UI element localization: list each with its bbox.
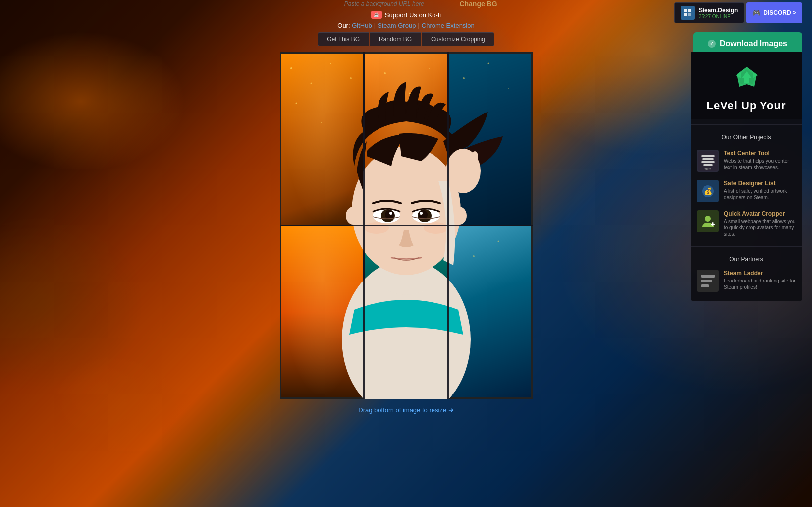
ladder-bar-1: [701, 275, 715, 278]
checkmark-icon: ✓: [708, 40, 716, 48]
partner-steam-ladder[interactable]: Steam Ladder Leaderboard and ranking sit…: [691, 266, 802, 296]
our-projects-title: Our Other Projects: [691, 130, 802, 146]
separator-1: |: [374, 22, 376, 29]
discord-icon: 🎮: [752, 9, 760, 17]
steam-online-count: 35:27 ONLINE: [699, 14, 738, 19]
grid-cell-3: [449, 54, 531, 225]
text-center-icon: TEXT: [697, 150, 719, 172]
svg-text:TEXT: TEXT: [704, 168, 711, 170]
grid-cell-4: [281, 226, 363, 397]
logo-icon: [732, 64, 761, 92]
svg-rect-46: [701, 155, 715, 157]
text-center-info: Text Center Tool Website that helps you …: [724, 150, 796, 170]
github-link[interactable]: GitHub: [352, 22, 372, 29]
safe-designer-title: Safe Designer List: [724, 180, 796, 187]
svg-point-4: [290, 67, 292, 69]
url-input[interactable]: [315, 0, 453, 7]
kofi-bar: ☕ Support Us on Ko-fi: [371, 11, 441, 19]
grid-cell-1: [281, 54, 363, 225]
random-bg-button[interactable]: Random BG: [370, 32, 421, 46]
svg-point-8: [295, 103, 297, 104]
get-bg-button[interactable]: Get This BG: [318, 32, 369, 46]
url-bar: Change BG: [315, 0, 497, 8]
sidebar-divider-1: [691, 124, 802, 125]
kofi-text[interactable]: Support Us on Ko-fi: [385, 11, 441, 19]
svg-point-14: [488, 63, 489, 64]
separator-2: |: [418, 22, 419, 29]
kofi-icon: ☕: [371, 11, 382, 19]
right-sidebar: LeVel Up Your Our Other Projects TEXT Te…: [691, 52, 802, 301]
steam-design-icon: [681, 6, 695, 20]
our-partners-title: Our Partners: [691, 252, 802, 266]
steam-group-link[interactable]: Steam Group: [378, 22, 416, 29]
svg-point-17: [498, 241, 499, 242]
svg-point-10: [384, 72, 386, 74]
ladder-icon-inner: [697, 271, 719, 291]
steam-ladder-title: Steam Ladder: [724, 270, 796, 277]
sidebar-divider-2: [691, 246, 802, 247]
discord-label: DISCORD >: [763, 9, 796, 16]
sidebar-logo-area: LeVel Up Your: [691, 52, 802, 119]
safe-designer-info: Safe Designer List A list of safe, verif…: [724, 180, 796, 201]
svg-rect-1: [688, 9, 691, 12]
links-prefix: Our:: [337, 22, 350, 29]
text-center-title: Text Center Tool: [724, 150, 796, 157]
svg-text:💰: 💰: [704, 187, 712, 196]
avatar-cropper-icon: [697, 210, 719, 232]
svg-rect-49: [703, 164, 713, 166]
svg-rect-47: [702, 158, 714, 160]
svg-point-6: [330, 63, 331, 64]
steam-design-title: Steam.Design: [699, 7, 738, 14]
change-bg-button[interactable]: Change BG: [459, 0, 497, 8]
steam-design-info: Steam.Design 35:27 ONLINE: [699, 7, 738, 19]
svg-point-12: [429, 68, 430, 69]
avatar-cropper-desc: A small webpage that allows you to quick…: [724, 218, 796, 237]
grid-cell-6: [449, 226, 531, 397]
svg-point-7: [350, 77, 352, 79]
grid-cell-5: [365, 226, 447, 397]
steam-ladder-icon: [697, 270, 719, 292]
drag-label: Drag bottom of image to resize ➜: [358, 406, 453, 414]
svg-rect-48: [701, 161, 715, 163]
steam-design-card[interactable]: Steam.Design 35:27 ONLINE: [674, 2, 744, 23]
top-right-panel: Steam.Design 35:27 ONLINE 🎮 DISCORD >: [674, 2, 802, 23]
download-label: Download Images: [720, 39, 787, 48]
center-panel: Change BG ☕ Support Us on Ko-fi Our: Git…: [268, 0, 545, 50]
ladder-bar-3: [701, 284, 709, 287]
project-text-center[interactable]: TEXT Text Center Tool Website that helps…: [691, 146, 802, 176]
svg-point-16: [473, 255, 475, 257]
safe-designer-icon: 💰: [697, 180, 719, 202]
image-grid: [280, 52, 533, 399]
steam-ladder-desc: Leaderboard and ranking site for Steam p…: [724, 278, 796, 290]
text-center-desc: Website that helps you center text in st…: [724, 158, 796, 170]
project-avatar-cropper[interactable]: Quick Avatar Cropper A small webpage tha…: [691, 206, 802, 241]
drag-resize-handle[interactable]: Drag bottom of image to resize ➜: [358, 406, 453, 507]
svg-point-11: [409, 93, 410, 94]
svg-point-9: [321, 122, 322, 123]
level-up-heading: LeVel Up Your: [706, 99, 786, 112]
svg-rect-57: [712, 222, 714, 226]
svg-rect-2: [684, 13, 687, 16]
steam-ladder-info: Steam Ladder Leaderboard and ranking sit…: [724, 270, 796, 290]
svg-point-15: [508, 88, 509, 89]
project-safe-designer[interactable]: 💰 Safe Designer List A list of safe, ver…: [691, 176, 802, 206]
links-bar: Our: GitHub | Steam Group | Chrome Exten…: [337, 22, 474, 29]
action-buttons: Get This BG Random BG Customize Cropping: [318, 32, 494, 46]
discord-card[interactable]: 🎮 DISCORD >: [746, 2, 802, 23]
svg-point-13: [463, 77, 465, 79]
grid-cell-2: [365, 54, 447, 225]
avatar-cropper-title: Quick Avatar Cropper: [724, 210, 796, 217]
customize-cropping-button[interactable]: Customize Cropping: [422, 32, 494, 46]
svg-point-55: [705, 216, 711, 222]
svg-point-5: [310, 83, 312, 84]
safe-designer-desc: A list of safe, verified artwork designe…: [724, 188, 796, 201]
svg-rect-3: [688, 13, 691, 16]
chrome-extension-link[interactable]: Chrome Extension: [422, 22, 475, 29]
ladder-bar-2: [701, 280, 712, 282]
svg-rect-0: [684, 9, 687, 12]
avatar-cropper-info: Quick Avatar Cropper A small webpage tha…: [724, 210, 796, 237]
